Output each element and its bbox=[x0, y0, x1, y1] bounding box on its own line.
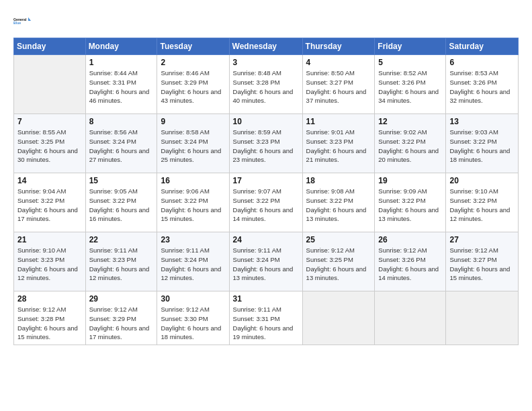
column-header-wednesday: Wednesday bbox=[229, 38, 302, 55]
day-info: Sunrise: 8:55 AM Sunset: 3:25 PM Dayligh… bbox=[17, 128, 82, 165]
calendar-cell: 3Sunrise: 8:48 AM Sunset: 3:28 PM Daylig… bbox=[229, 55, 302, 114]
calendar-cell: 14Sunrise: 9:04 AM Sunset: 3:22 PM Dayli… bbox=[14, 173, 86, 232]
day-info: Sunrise: 9:12 AM Sunset: 3:26 PM Dayligh… bbox=[378, 246, 442, 283]
calendar-cell: 29Sunrise: 9:12 AM Sunset: 3:29 PM Dayli… bbox=[85, 291, 157, 345]
day-info: Sunrise: 9:11 AM Sunset: 3:24 PM Dayligh… bbox=[233, 246, 299, 283]
week-row-3: 14Sunrise: 9:04 AM Sunset: 3:22 PM Dayli… bbox=[14, 173, 519, 232]
calendar-cell: 15Sunrise: 9:05 AM Sunset: 3:22 PM Dayli… bbox=[85, 173, 157, 232]
calendar-cell bbox=[446, 291, 519, 345]
day-info: Sunrise: 9:11 AM Sunset: 3:24 PM Dayligh… bbox=[161, 246, 225, 283]
day-number: 28 bbox=[17, 294, 82, 304]
day-number: 13 bbox=[449, 117, 515, 126]
day-number: 4 bbox=[306, 58, 371, 67]
calendar-cell: 17Sunrise: 9:07 AM Sunset: 3:22 PM Dayli… bbox=[229, 173, 302, 232]
day-info: Sunrise: 9:04 AM Sunset: 3:22 PM Dayligh… bbox=[17, 187, 82, 224]
day-info: Sunrise: 9:12 AM Sunset: 3:25 PM Dayligh… bbox=[306, 246, 371, 283]
logo: GeneralBlue bbox=[13, 12, 32, 31]
day-info: Sunrise: 9:11 AM Sunset: 3:23 PM Dayligh… bbox=[89, 246, 154, 283]
day-info: Sunrise: 9:05 AM Sunset: 3:22 PM Dayligh… bbox=[89, 187, 154, 224]
column-header-friday: Friday bbox=[375, 38, 446, 55]
calendar-cell: 28Sunrise: 9:12 AM Sunset: 3:28 PM Dayli… bbox=[14, 291, 86, 345]
day-number: 20 bbox=[449, 176, 515, 185]
day-info: Sunrise: 9:11 AM Sunset: 3:31 PM Dayligh… bbox=[233, 305, 299, 342]
calendar-cell: 30Sunrise: 9:12 AM Sunset: 3:30 PM Dayli… bbox=[157, 291, 229, 345]
day-info: Sunrise: 9:12 AM Sunset: 3:27 PM Dayligh… bbox=[449, 246, 515, 283]
calendar-cell bbox=[14, 55, 86, 114]
column-header-saturday: Saturday bbox=[446, 38, 519, 55]
day-number: 8 bbox=[89, 117, 154, 126]
day-number: 30 bbox=[161, 294, 225, 304]
day-info: Sunrise: 9:12 AM Sunset: 3:29 PM Dayligh… bbox=[89, 305, 154, 342]
column-header-thursday: Thursday bbox=[302, 38, 375, 55]
calendar-cell bbox=[302, 291, 375, 345]
day-info: Sunrise: 8:53 AM Sunset: 3:26 PM Dayligh… bbox=[449, 68, 515, 105]
calendar-cell: 21Sunrise: 9:10 AM Sunset: 3:23 PM Dayli… bbox=[14, 232, 86, 291]
day-number: 31 bbox=[233, 294, 299, 304]
day-info: Sunrise: 8:46 AM Sunset: 3:29 PM Dayligh… bbox=[161, 68, 225, 105]
calendar-table: SundayMondayTuesdayWednesdayThursdayFrid… bbox=[13, 38, 519, 345]
day-info: Sunrise: 8:48 AM Sunset: 3:28 PM Dayligh… bbox=[233, 68, 299, 105]
day-info: Sunrise: 9:07 AM Sunset: 3:22 PM Dayligh… bbox=[233, 187, 299, 224]
calendar-cell: 8Sunrise: 8:56 AM Sunset: 3:24 PM Daylig… bbox=[85, 114, 157, 173]
calendar-cell: 19Sunrise: 9:09 AM Sunset: 3:22 PM Dayli… bbox=[375, 173, 446, 232]
column-header-monday: Monday bbox=[85, 38, 157, 55]
svg-text:Blue: Blue bbox=[13, 21, 21, 25]
column-header-tuesday: Tuesday bbox=[157, 38, 229, 55]
day-info: Sunrise: 8:58 AM Sunset: 3:24 PM Dayligh… bbox=[161, 128, 225, 165]
calendar-cell bbox=[375, 291, 446, 345]
day-number: 7 bbox=[17, 117, 82, 126]
calendar-cell: 1Sunrise: 8:44 AM Sunset: 3:31 PM Daylig… bbox=[85, 55, 157, 114]
day-info: Sunrise: 9:12 AM Sunset: 3:30 PM Dayligh… bbox=[161, 305, 225, 342]
day-info: Sunrise: 8:50 AM Sunset: 3:27 PM Dayligh… bbox=[306, 68, 371, 105]
day-number: 22 bbox=[89, 235, 154, 244]
calendar-cell: 22Sunrise: 9:11 AM Sunset: 3:23 PM Dayli… bbox=[85, 232, 157, 291]
svg-marker-2 bbox=[28, 17, 31, 21]
calendar-cell: 6Sunrise: 8:53 AM Sunset: 3:26 PM Daylig… bbox=[446, 55, 519, 114]
day-number: 14 bbox=[17, 176, 82, 185]
day-number: 6 bbox=[449, 58, 515, 67]
day-number: 12 bbox=[378, 117, 442, 126]
day-number: 16 bbox=[161, 176, 225, 185]
day-info: Sunrise: 8:44 AM Sunset: 3:31 PM Dayligh… bbox=[89, 68, 154, 105]
calendar-cell: 5Sunrise: 8:52 AM Sunset: 3:26 PM Daylig… bbox=[375, 55, 446, 114]
day-info: Sunrise: 9:12 AM Sunset: 3:28 PM Dayligh… bbox=[17, 305, 82, 342]
week-row-2: 7Sunrise: 8:55 AM Sunset: 3:25 PM Daylig… bbox=[14, 114, 519, 173]
week-row-1: 1Sunrise: 8:44 AM Sunset: 3:31 PM Daylig… bbox=[14, 55, 519, 114]
week-row-4: 21Sunrise: 9:10 AM Sunset: 3:23 PM Dayli… bbox=[14, 232, 519, 291]
day-info: Sunrise: 9:10 AM Sunset: 3:22 PM Dayligh… bbox=[449, 187, 515, 224]
header: GeneralBlue bbox=[13, 12, 519, 31]
day-number: 18 bbox=[306, 176, 371, 185]
day-number: 26 bbox=[378, 235, 442, 244]
day-info: Sunrise: 9:03 AM Sunset: 3:22 PM Dayligh… bbox=[449, 128, 515, 165]
page: GeneralBlue SundayMondayTuesdayWednesday… bbox=[0, 0, 532, 411]
day-info: Sunrise: 8:52 AM Sunset: 3:26 PM Dayligh… bbox=[378, 68, 442, 105]
day-info: Sunrise: 8:56 AM Sunset: 3:24 PM Dayligh… bbox=[89, 128, 154, 165]
week-row-5: 28Sunrise: 9:12 AM Sunset: 3:28 PM Dayli… bbox=[14, 291, 519, 345]
day-number: 24 bbox=[233, 235, 299, 244]
day-number: 23 bbox=[161, 235, 225, 244]
day-info: Sunrise: 9:08 AM Sunset: 3:22 PM Dayligh… bbox=[306, 187, 371, 224]
calendar-cell: 31Sunrise: 9:11 AM Sunset: 3:31 PM Dayli… bbox=[229, 291, 302, 345]
day-number: 15 bbox=[89, 176, 154, 185]
day-info: Sunrise: 8:59 AM Sunset: 3:23 PM Dayligh… bbox=[233, 128, 299, 165]
day-number: 25 bbox=[306, 235, 371, 244]
calendar-cell: 2Sunrise: 8:46 AM Sunset: 3:29 PM Daylig… bbox=[157, 55, 229, 114]
day-number: 11 bbox=[306, 117, 371, 126]
calendar-cell: 7Sunrise: 8:55 AM Sunset: 3:25 PM Daylig… bbox=[14, 114, 86, 173]
calendar-cell: 4Sunrise: 8:50 AM Sunset: 3:27 PM Daylig… bbox=[302, 55, 375, 114]
day-number: 21 bbox=[17, 235, 82, 244]
day-number: 2 bbox=[161, 58, 225, 67]
calendar-cell: 10Sunrise: 8:59 AM Sunset: 3:23 PM Dayli… bbox=[229, 114, 302, 173]
calendar-cell: 11Sunrise: 9:01 AM Sunset: 3:23 PM Dayli… bbox=[302, 114, 375, 173]
calendar-cell: 9Sunrise: 8:58 AM Sunset: 3:24 PM Daylig… bbox=[157, 114, 229, 173]
day-info: Sunrise: 9:02 AM Sunset: 3:22 PM Dayligh… bbox=[378, 128, 442, 165]
calendar-cell: 18Sunrise: 9:08 AM Sunset: 3:22 PM Dayli… bbox=[302, 173, 375, 232]
day-number: 9 bbox=[161, 117, 225, 126]
day-number: 1 bbox=[89, 58, 154, 67]
calendar-cell: 20Sunrise: 9:10 AM Sunset: 3:22 PM Dayli… bbox=[446, 173, 519, 232]
day-info: Sunrise: 9:09 AM Sunset: 3:22 PM Dayligh… bbox=[378, 187, 442, 224]
day-number: 27 bbox=[449, 235, 515, 244]
day-info: Sunrise: 9:01 AM Sunset: 3:23 PM Dayligh… bbox=[306, 128, 371, 165]
day-number: 19 bbox=[378, 176, 442, 185]
day-number: 29 bbox=[89, 294, 154, 304]
